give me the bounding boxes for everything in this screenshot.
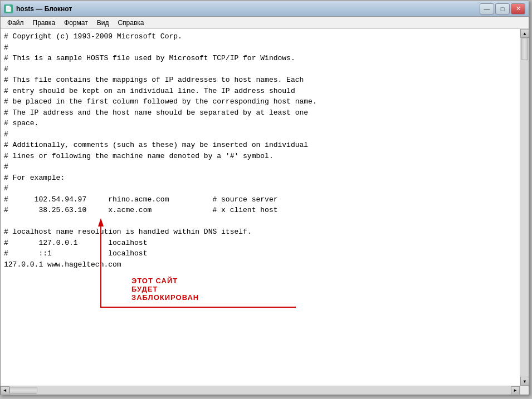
menu-edit[interactable]: Правка (28, 18, 60, 28)
editor-content[interactable]: # Copyright (c) 1993-2009 Microsoft Corp… (1, 29, 520, 386)
scroll-corner (520, 386, 529, 395)
scroll-up-button[interactable]: ▲ (520, 29, 529, 38)
scroll-right-button[interactable]: ► (511, 386, 520, 395)
scroll-thumb-v[interactable] (521, 38, 528, 60)
notepad-window: 📄 hosts — Блокнот — □ ✕ Файл Правка Форм… (0, 0, 529, 395)
bottom-row: ◄ ► (1, 386, 529, 395)
minimize-button[interactable]: — (480, 3, 494, 14)
window-title: hosts — Блокнот (16, 5, 72, 13)
horizontal-scrollbar[interactable]: ◄ ► (1, 386, 520, 395)
annotation-text: ЭТОТ САЙТ БУДЕТ ЗАБЛОКИРОВАН (131, 277, 199, 302)
editor-text[interactable]: # Copyright (c) 1993-2009 Microsoft Corp… (4, 31, 516, 270)
menu-view[interactable]: Вид (92, 18, 114, 28)
titlebar-left: 📄 hosts — Блокнот (4, 4, 72, 13)
scroll-track-v[interactable] (520, 38, 529, 377)
scroll-thumb-h[interactable] (9, 387, 37, 394)
editor-container: # Copyright (c) 1993-2009 Microsoft Corp… (1, 29, 529, 386)
window-controls: — □ ✕ (480, 3, 525, 14)
scroll-track-h[interactable] (9, 386, 511, 395)
app-icon: 📄 (4, 4, 13, 13)
scroll-down-button[interactable]: ▼ (520, 377, 529, 386)
menu-file[interactable]: Файл (3, 18, 28, 28)
menubar: Файл Правка Формат Вид Справка (1, 17, 529, 29)
maximize-button[interactable]: □ (495, 3, 510, 14)
menu-help[interactable]: Справка (113, 18, 148, 28)
vertical-scrollbar[interactable]: ▲ ▼ (520, 29, 529, 386)
close-button[interactable]: ✕ (511, 3, 525, 14)
titlebar: 📄 hosts — Блокнот — □ ✕ (1, 1, 529, 17)
scroll-left-button[interactable]: ◄ (1, 386, 9, 395)
menu-format[interactable]: Формат (60, 18, 92, 28)
